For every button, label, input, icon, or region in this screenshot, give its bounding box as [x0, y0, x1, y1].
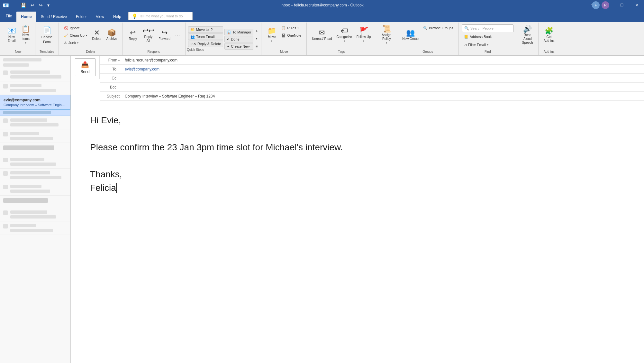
tab-file[interactable]: File	[1, 10, 16, 22]
tell-me-search[interactable]: 💡 Tell me what you want to do	[128, 12, 193, 20]
new-items-dropdown-icon: ▾	[25, 42, 26, 45]
read-aloud-button[interactable]: 🔊 Read Aloud Speech	[520, 24, 535, 46]
from-label[interactable]: From ▾	[100, 57, 122, 64]
to-row: To... evie@company.com	[100, 65, 644, 74]
address-book-button[interactable]: 📒 Address Book	[462, 33, 494, 40]
categorize-button[interactable]: 🏷 Categorize ▾	[335, 24, 354, 46]
ribbon-group-new-content: 📧 New Email 📋 New Items ▾	[4, 23, 32, 49]
new-group-button[interactable]: 👥 New Group	[400, 24, 421, 46]
forward-icon: ↪	[162, 29, 168, 36]
move-dropdown-icon: ▾	[271, 40, 272, 43]
ribbon-group-delete-label: Delete	[61, 49, 120, 54]
quick-steps-scroll: ▲ ▼ ⊞	[253, 28, 260, 49]
done-button[interactable]: ✔ Done	[224, 36, 253, 42]
choose-form-button[interactable]: 📄 Choose Form	[39, 24, 55, 46]
email-compose-wrapper: 📤 Send From ▾ felicia.recruiter@company.…	[71, 56, 644, 101]
cc-row: Cc...	[100, 74, 644, 83]
filter-email-button[interactable]: ⊿ Filter Email ▾	[462, 41, 490, 48]
redo-icon[interactable]: ↪	[38, 2, 44, 8]
list-item	[0, 182, 70, 196]
rules-icon: 📋	[281, 26, 286, 30]
assign-policy-button[interactable]: 📜 Assign Policy ▾	[379, 24, 394, 46]
ribbon-group-assign-policy: 📜 Assign Policy ▾	[376, 23, 397, 55]
browse-groups-button[interactable]: 🔍 Browse Groups	[421, 24, 455, 32]
subject-input[interactable]	[122, 93, 644, 100]
profile-avatar-2[interactable]: R	[602, 1, 609, 9]
move-to-icon: 📂	[190, 28, 195, 32]
subject-row: Subject	[100, 92, 644, 101]
profile-avatar-1[interactable]: F	[592, 1, 600, 9]
cc-input[interactable]	[122, 75, 644, 82]
to-value[interactable]: evie@company.com	[122, 66, 644, 73]
cleanup-icon: 🧹	[64, 33, 68, 38]
delete-button[interactable]: ✕ Delete	[90, 24, 104, 46]
search-people-input[interactable]: 🔍 Search People	[462, 24, 513, 32]
subject-label: Subject	[100, 93, 122, 100]
window-title: Inbox – felicia.recruiter@company.com - …	[280, 3, 364, 7]
bcc-input[interactable]	[122, 84, 644, 91]
create-new-button[interactable]: ✦ Create New	[224, 43, 253, 50]
categorize-dropdown-icon: ▾	[344, 40, 345, 43]
email-greeting: Hi Evie,	[90, 114, 625, 127]
window-restore-btn[interactable]: ❐	[614, 0, 629, 10]
expand-icon[interactable]: ⊞	[254, 44, 259, 49]
new-group-icon: 👥	[406, 29, 415, 36]
reply-delete-icon: ↩✕	[190, 42, 196, 46]
tab-view[interactable]: View	[91, 12, 109, 22]
team-email-icon: 👥	[190, 35, 195, 39]
reply-all-button[interactable]: ↩↩ Reply All	[141, 24, 156, 46]
to-manager-icon: 👔	[227, 30, 231, 34]
tab-folder[interactable]: Folder	[71, 12, 91, 22]
ribbon-group-respond-label: Respond	[125, 49, 183, 54]
archive-button[interactable]: 📦 Archive	[104, 24, 119, 46]
move-to-button[interactable]: 📂 Move to: ?	[188, 26, 223, 33]
undo-icon[interactable]: ↩	[29, 2, 36, 8]
new-items-button[interactable]: 📋 New Items ▾	[19, 24, 32, 46]
ignore-button[interactable]: 🚫 Ignore	[62, 24, 89, 32]
move-button[interactable]: 📁 Move ▾	[265, 24, 279, 46]
clean-up-button[interactable]: 🧹 Clean Up ▾	[62, 32, 89, 39]
unread-read-button[interactable]: ✉ Unread/ Read	[310, 24, 334, 46]
forward-button[interactable]: ↪ Forward	[157, 24, 172, 46]
followup-dropdown-icon: ▾	[363, 40, 364, 43]
lightbulb-icon: 💡	[132, 14, 137, 19]
email-list-item-selected[interactable]: evie@company.com Company Interview – Sof…	[0, 95, 70, 110]
bcc-label[interactable]: Bcc...	[100, 84, 122, 91]
team-email-button[interactable]: 👥 Team Email	[188, 33, 223, 40]
onenote-icon: 📓	[281, 33, 286, 38]
window-close-btn[interactable]: ✕	[629, 0, 644, 10]
email-body[interactable]: Hi Evie, Please confirm the 23 Jan 3pm t…	[71, 101, 644, 208]
tab-help[interactable]: Help	[109, 12, 126, 22]
scroll-down-icon[interactable]: ▼	[254, 37, 259, 41]
rules-button[interactable]: 📋 Rules ▾	[279, 24, 303, 32]
save-icon[interactable]: 💾	[19, 2, 27, 8]
quick-steps-items: 📂 Move to: ? 👥 Team Email ↩✕ Reply & Del…	[187, 25, 224, 52]
tab-send-receive[interactable]: Send / Receive	[36, 12, 71, 22]
unread-icon: ✉	[319, 29, 325, 36]
junk-button[interactable]: ⚠ Junk ▾	[62, 39, 89, 46]
list-item	[0, 68, 70, 81]
scroll-up-icon[interactable]: ▲	[254, 29, 259, 33]
onenote-button[interactable]: 📓 OneNote	[279, 32, 303, 39]
junk-dropdown-icon: ▾	[77, 42, 78, 44]
tab-home[interactable]: Home	[16, 12, 36, 22]
get-add-ins-button[interactable]: 🧩 Get Add-ins	[542, 24, 557, 46]
email-list-panel: evie@company.com Company Interview – Sof…	[0, 56, 71, 363]
reply-delete-button[interactable]: ↩✕ Reply & Delete	[188, 41, 223, 47]
cc-label[interactable]: Cc...	[100, 75, 122, 82]
browse-groups-icon: 🔍	[423, 26, 428, 30]
reply-button[interactable]: ↩ Reply	[126, 24, 140, 46]
to-manager-button[interactable]: 👔 To Manager	[224, 29, 253, 35]
send-btn-container: 📤 Send	[71, 56, 100, 79]
list-item	[0, 208, 70, 221]
send-button[interactable]: 📤 Send	[75, 58, 95, 76]
skeleton-row	[3, 58, 41, 61]
follow-up-button[interactable]: 🚩 Follow Up ▾	[355, 24, 373, 46]
new-email-button[interactable]: 📧 New Email	[5, 24, 19, 46]
ribbon-group-new-label: New	[4, 49, 32, 54]
followup-icon: 🚩	[359, 27, 368, 34]
to-label[interactable]: To...	[100, 66, 122, 73]
delete-icon: ✕	[94, 29, 100, 36]
more-respond-button[interactable]: ⋯	[173, 24, 182, 46]
dropdown-icon[interactable]: ▾	[46, 2, 51, 8]
